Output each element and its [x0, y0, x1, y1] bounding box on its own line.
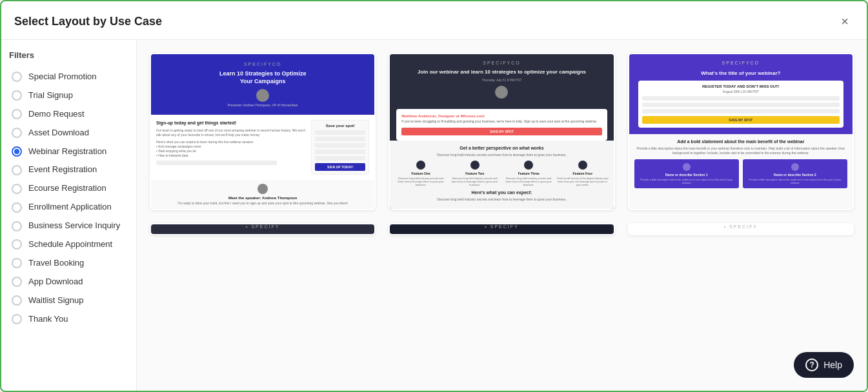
- preview-1-speaker-text: I'm ready to blow your mind, but first I…: [155, 201, 370, 205]
- preview-2-expects: Here's what you can expect: Discover lon…: [395, 190, 608, 201]
- close-button[interactable]: ×: [836, 12, 854, 32]
- preview-2-title: Join our webinar and learn 10 strategies…: [396, 69, 607, 75]
- preview-form-field-5: [315, 156, 365, 161]
- preview-2-feature-title-4: Feature Four: [557, 172, 609, 175]
- preview-form-field-3: [315, 143, 365, 148]
- preview-3-bottom: Add a bold statement about the main bene…: [629, 134, 853, 209]
- label-travel-booking: Travel Booking: [28, 258, 84, 269]
- label-thank-you: Thank You: [28, 314, 68, 325]
- preview-2-feature-4: Feature Four Find out all secrets of the…: [557, 161, 609, 186]
- radio-enrollment-application: [12, 202, 22, 213]
- radio-thank-you: [12, 314, 22, 324]
- preview-form-field-4: [315, 150, 365, 154]
- template-card-2[interactable]: SPECIFYCO Join our webinar and learn 10 …: [389, 53, 614, 210]
- preview-2-expects-text: Discover long held industry secrets and …: [395, 197, 608, 201]
- preview-2-feature-3: Feature Three Discover long held industr…: [503, 161, 554, 186]
- preview-2-feature-text-2: Discover long held industry secrets and …: [449, 177, 501, 186]
- radio-ecourse-registration: [12, 184, 22, 194]
- preview-3-section-icon-2: [791, 163, 799, 171]
- template-preview-3: SPECIFYCO What's the title of your webin…: [629, 54, 853, 209]
- filters-label: Filters: [9, 50, 128, 60]
- preview-3-logo: SPECIFYCO: [636, 61, 846, 65]
- sidebar-item-app-download[interactable]: App Download: [9, 273, 128, 291]
- sidebar-item-demo-request[interactable]: Demo Request: [9, 105, 128, 124]
- template-preview-4: ▪ SPECIFY: [151, 224, 374, 234]
- preview-3-section-icon-1: [683, 163, 691, 171]
- modal-title: Select Layout by Use Case: [14, 15, 162, 28]
- preview-2-bottom-text: Discover long-held industry secrets and …: [395, 153, 608, 157]
- sidebar-item-special-promotion[interactable]: Special Promotion: [9, 68, 128, 86]
- label-business-service-inquiry: Business Service Inquiry: [28, 220, 120, 231]
- sidebar-item-schedule-appointment[interactable]: Schedule Appointment: [9, 235, 128, 254]
- preview-2-card-name: Matthew Anderson, Designer at Whoose.com: [401, 114, 601, 118]
- template-card-6[interactable]: ▪ SPECIFY: [628, 223, 854, 235]
- preview-1-date-field: [156, 161, 277, 165]
- preview-2-logo: SPECIFYCO: [396, 61, 607, 65]
- preview-5-logo: ▪ SPECIFY: [485, 224, 518, 229]
- preview-form-field-1: [315, 130, 365, 135]
- sidebar-item-trial-signup[interactable]: Trial Signup: [9, 86, 128, 105]
- preview-1-left-text: Our team is getting ready to start off o…: [156, 128, 307, 137]
- sidebar-item-ecourse-registration[interactable]: Ecourse Registration: [9, 179, 128, 198]
- radio-event-registration: [12, 165, 22, 175]
- label-asset-download: Asset Download: [28, 128, 89, 139]
- radio-webinar-registration: [12, 146, 22, 157]
- preview-1-left-subtext: Here's what you can expect to learn duri…: [156, 140, 307, 158]
- preview-3-form: REGISTER TODAY AND DON'T MISS OUT! Augus…: [638, 81, 843, 128]
- preview-1-presenter: Presenter: Andrew Thompson, VP of HumanA…: [228, 103, 298, 107]
- help-label: Help: [823, 360, 842, 370]
- preview-form-field-2: [315, 137, 365, 141]
- sidebar-item-enrollment-application[interactable]: Enrollment Application: [9, 198, 128, 217]
- modal-body: Filters Special PromotionTrial SignupDem…: [1, 40, 867, 391]
- radio-travel-booking: [12, 258, 22, 268]
- radio-app-download: [12, 277, 22, 287]
- preview-1-speaker-avatar: [257, 184, 268, 194]
- content-area[interactable]: SPECIFYCO Learn 10 Strategies to Optimiz…: [137, 40, 867, 391]
- preview-2-bottom: Get a better perspective on what works D…: [390, 141, 613, 209]
- preview-2-avatar: [495, 86, 508, 99]
- preview-1-logo: SPECIFYCO: [244, 62, 281, 66]
- preview-3-section-text-1: Provide a little description about the a…: [638, 178, 735, 184]
- preview-2-date: Thursday July 6 | 9 PM PST: [396, 78, 607, 82]
- template-card-3[interactable]: SPECIFYCO What's the title of your webin…: [628, 53, 854, 210]
- sidebar: Filters Special PromotionTrial SignupDem…: [1, 40, 137, 391]
- preview-1-cta: SIGN UP TODAY!: [315, 163, 365, 171]
- label-waitlist-signup: Waitlist Signup: [28, 295, 84, 306]
- preview-3-section-2: Name or describe Section 2 Provide a lit…: [743, 159, 847, 188]
- preview-2-bottom-title: Get a better perspective on what works: [395, 146, 608, 150]
- sidebar-item-travel-booking[interactable]: Travel Booking: [9, 254, 128, 273]
- label-ecourse-registration: Ecourse Registration: [28, 183, 106, 194]
- preview-2-feature-icon-2: [470, 161, 479, 170]
- help-icon: ?: [805, 358, 818, 371]
- preview-2-feature-title-1: Feature One: [395, 172, 447, 175]
- template-card-4[interactable]: ▪ SPECIFY: [150, 223, 376, 235]
- preview-1-speaker: Meet the speaker: Andrew Thompson I'm re…: [151, 180, 374, 209]
- label-webinar-registration: Webinar Registration: [28, 146, 106, 157]
- preview-2-feature-2: Feature Two Discover long held industry …: [449, 161, 501, 186]
- preview-3-top: SPECIFYCO What's the title of your webin…: [629, 54, 853, 134]
- sidebar-item-business-service-inquiry[interactable]: Business Service Inquiry: [9, 217, 128, 235]
- preview-2-feature-title-2: Feature Two: [449, 172, 501, 175]
- preview-3-field-1: [642, 96, 840, 101]
- sidebar-item-asset-download[interactable]: Asset Download: [9, 124, 128, 142]
- preview-2-feature-icon-1: [416, 161, 425, 170]
- preview-3-section-text-2: Provide a little description about the a…: [747, 178, 843, 184]
- preview-2-cta: SAVE MY SPOT: [401, 128, 601, 135]
- preview-2-feature-icon-3: [524, 161, 533, 170]
- template-card-5[interactable]: ▪ SPECIFY: [389, 223, 614, 235]
- sidebar-item-thank-you[interactable]: Thank You: [9, 310, 128, 329]
- help-button[interactable]: ? Help: [794, 352, 854, 378]
- label-app-download: App Download: [28, 277, 83, 288]
- sidebar-item-waitlist-signup[interactable]: Waitlist Signup: [9, 291, 128, 310]
- template-preview-6: ▪ SPECIFY: [629, 224, 853, 234]
- label-special-promotion: Special Promotion: [28, 72, 97, 83]
- preview-3-bottom-title: Add a bold statement about the main bene…: [634, 139, 847, 144]
- preview-2-feature-icon-4: [578, 161, 587, 170]
- preview-1-left: Sign-up today and get things started! Ou…: [156, 120, 307, 175]
- sidebar-item-event-registration[interactable]: Event Registration: [9, 161, 128, 179]
- preview-3-section-title-1: Name or describe Section 1: [638, 173, 735, 177]
- label-trial-signup: Trial Signup: [28, 90, 73, 101]
- preview-3-field-2: [642, 103, 840, 107]
- sidebar-item-webinar-registration[interactable]: Webinar Registration: [9, 142, 128, 161]
- template-card-1[interactable]: SPECIFYCO Learn 10 Strategies to Optimiz…: [150, 53, 376, 210]
